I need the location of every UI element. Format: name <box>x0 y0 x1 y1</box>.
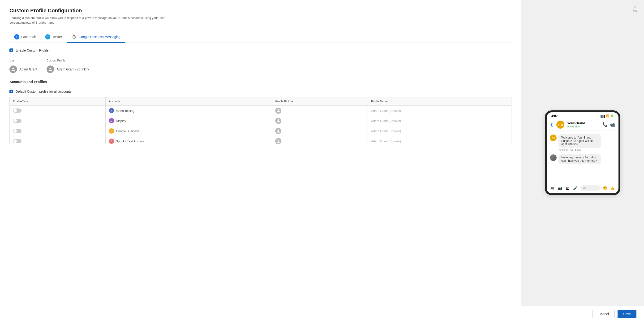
profile-pic-2 <box>275 128 281 134</box>
account-toggle-0[interactable] <box>13 109 22 113</box>
tab-facebook-label: Facebook <box>21 35 36 39</box>
accounts-section-title: Accounts and Profiles <box>10 80 512 86</box>
tab-facebook[interactable]: f Facebook <box>10 32 40 43</box>
phone-video-icon[interactable]: 📹 <box>610 122 615 127</box>
phone-back-icon[interactable]: ❮ <box>550 122 554 127</box>
account-badge-0: A <box>109 108 114 113</box>
account-name-cell-3: S Sprinklr Test Account <box>109 139 268 144</box>
page-title: Custom Profile Configuration <box>10 8 512 14</box>
col-header-picture: Profile Picture <box>272 97 368 106</box>
facebook-icon: f <box>14 34 19 40</box>
custom-profile-avatar <box>46 66 54 73</box>
accounts-table: Enable/Disa... Accounts Profile Picture … <box>10 97 512 144</box>
account-name-2: Google Business <box>116 129 139 133</box>
phone-time: 4:00 <box>552 114 558 118</box>
signal-icon: ▐▐▐ <box>600 115 605 118</box>
esc-label: esc <box>633 10 637 12</box>
brand-info: Your-Brand Active Now <box>567 121 600 128</box>
account-name-cell-0: A Alpha Testing <box>109 108 268 113</box>
tab-twitter[interactable]: 🐦 Twitter <box>40 32 66 43</box>
account-name-3: Sprinklr Test Account <box>116 140 144 143</box>
phone-header: ❮ Y-B Your-Brand Active Now 📞 📹 <box>547 119 618 131</box>
phone-call-icon[interactable]: 📞 <box>602 122 608 127</box>
user-avatar <box>10 66 17 73</box>
phone-actions: 📞 📹 <box>602 122 615 127</box>
enable-custom-profile-row: Enable Custom Profile <box>10 49 512 52</box>
agent-avatar <box>550 154 556 161</box>
account-name-1: Display <box>116 119 126 123</box>
brand-msg-content: Welcome to Your-Brand Support! An agent … <box>558 134 601 151</box>
user-name: Adam Grant <box>19 67 37 71</box>
wifi-icon: 📶 <box>606 114 610 118</box>
col-header-accounts: Accounts <box>105 97 272 106</box>
twitter-icon: 🐦 <box>45 34 50 40</box>
table-row: D Display Adam Grant (Sprinklr) <box>10 116 512 126</box>
table-row: A Alpha Testing Adam Grant (Sprinklr) <box>10 106 512 116</box>
default-profile-checkbox[interactable] <box>10 90 13 93</box>
accounts-table-wrapper: Enable/Disa... Accounts Profile Picture … <box>10 97 512 144</box>
toolbar-emoji-icon[interactable]: 😊 <box>602 186 608 191</box>
account-name-cell-1: D Display <box>109 118 268 123</box>
profile-pic-3 <box>275 138 281 144</box>
enable-custom-profile-checkbox[interactable] <box>10 49 13 52</box>
default-profile-row: Default Custom profile for all accounts <box>10 90 512 93</box>
toolbar-text-input[interactable]: Aa <box>580 185 600 191</box>
toolbar-camera-icon[interactable]: 📷 <box>558 186 563 191</box>
default-profile-label: Default Custom profile for all accounts <box>16 90 72 93</box>
custom-profile-display: Adam Grant (Sprinklr) <box>46 66 88 73</box>
user-block: User Adam Grant <box>10 59 37 73</box>
tab-google[interactable]: Google Business Messaging <box>67 32 125 43</box>
close-icon: × <box>634 4 636 9</box>
left-panel: Custom Profile Configuration Enabling a … <box>0 0 521 306</box>
custom-profile-block: Custom Profile Adam Grant (Sprinklr) <box>46 59 88 73</box>
account-badge-1: D <box>109 118 114 123</box>
profile-name-3: Adam Grant (Sprinklr) <box>371 140 401 143</box>
agent-bubble: Hello, my name is Jon. How can I help yo… <box>558 154 601 164</box>
user-profile-row: User Adam Grant Custom Profile Adam Gran… <box>10 59 512 73</box>
brand-name: Your-Brand <box>567 121 600 125</box>
profile-name-0: Adam Grant (Sprinklr) <box>371 109 401 113</box>
active-status: Active Now <box>567 125 600 128</box>
toolbar-like-icon[interactable]: 👍 <box>610 186 615 191</box>
phone-mockup: 4:00 ▐▐▐ 📶 🔋 ❮ Y-B Your-Brand Active Now… <box>545 110 620 195</box>
enable-custom-profile-label: Enable Custom Profile <box>16 49 48 52</box>
toolbar-image-icon[interactable]: 🖼 <box>565 186 570 191</box>
table-row: S Sprinklr Test Account Adam Grant (Spri… <box>10 136 512 145</box>
account-badge-2: G <box>109 128 114 134</box>
page-subtitle: Enabling a custom profile will allow you… <box>10 16 165 25</box>
account-toggle-3[interactable] <box>13 139 22 143</box>
cancel-button[interactable]: Cancel <box>592 310 615 318</box>
user-display: Adam Grant <box>10 66 37 73</box>
profile-name-2: Adam Grant (Sprinklr) <box>371 129 401 133</box>
profile-name-1: Adam Grant (Sprinklr) <box>371 119 401 123</box>
profile-pic-0 <box>275 108 281 114</box>
agent-avatar-img <box>550 154 556 161</box>
brand-bubble: Welcome to Your-Brand Support! An agent … <box>558 134 601 148</box>
tabs-row: f Facebook 🐦 Twitter Google Business Mes… <box>10 32 512 43</box>
phone-messages: Y-B Welcome to Your-Brand Support! An ag… <box>547 131 618 183</box>
account-toggle-1[interactable] <box>13 119 22 123</box>
message-agent: Hello, my name is Jon. How can I help yo… <box>550 154 615 164</box>
save-button[interactable]: Save <box>618 310 636 318</box>
account-toggle-2[interactable] <box>13 129 22 133</box>
status-icons: ▐▐▐ 📶 🔋 <box>600 114 614 118</box>
right-panel: 4:00 ▐▐▐ 📶 🔋 ❮ Y-B Your-Brand Active Now… <box>521 0 644 306</box>
custom-profile-name: Adam Grant (Sprinklr) <box>56 67 88 71</box>
user-label: User <box>10 59 37 62</box>
tab-google-label: Google Business Messaging <box>79 35 120 39</box>
tab-twitter-label: Twitter <box>52 35 62 39</box>
toolbar-mic-icon[interactable]: 🎤 <box>573 186 578 191</box>
account-badge-3: S <box>109 139 114 144</box>
toolbar-grid-icon[interactable]: ⊞ <box>550 186 555 191</box>
close-button[interactable]: × esc <box>633 4 637 12</box>
account-name-cell-2: G Google Business <box>109 128 268 134</box>
footer: Cancel Save <box>0 306 644 322</box>
battery-icon: 🔋 <box>610 114 614 118</box>
brand-msg-avatar: Y-B <box>550 135 556 141</box>
message-brand: Y-B Welcome to Your-Brand Support! An ag… <box>550 134 615 151</box>
col-header-enable: Enable/Disa... <box>10 97 106 106</box>
account-name-0: Alpha Testing <box>116 109 134 113</box>
phone-toolbar: ⊞ 📷 🖼 🎤 Aa 😊 👍 <box>547 183 618 193</box>
col-header-name: Profile Name <box>368 97 512 106</box>
table-row: G Google Business Adam Grant (Sprinklr) <box>10 126 512 136</box>
